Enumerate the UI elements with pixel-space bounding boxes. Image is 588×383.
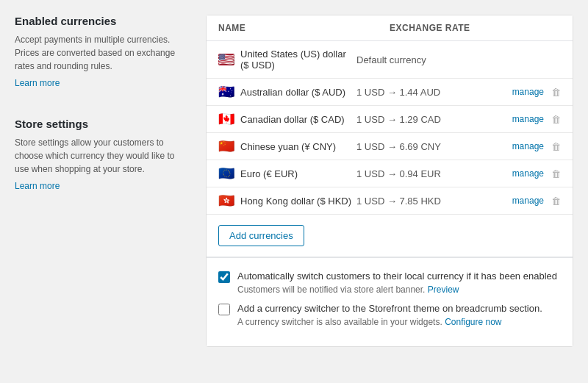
currency-rate-cell: Default currency [356,54,495,65]
delete-icon[interactable]: 🗑 [551,141,561,152]
table-row: Australian dollar ($ AUD) 1 USD → 1.44 A… [207,79,573,106]
delete-icon[interactable]: 🗑 [551,114,561,125]
table-header: Name Exchange rate [207,15,573,41]
currency-switcher-label-container: Add a currency switcher to the Storefron… [237,302,542,327]
table-row: Hong Kong dollar ($ HKD) 1 USD → 7.85 HK… [207,187,573,215]
store-settings-learn-more[interactable]: Learn more [15,181,60,191]
currency-name: United States (US) dollar ($ USD) [240,49,356,71]
currency-rate-cell: 1 USD → 0.94 EUR [356,168,495,179]
currency-rows-container: United States (US) dollar ($ USD) Defaul… [207,41,573,215]
currency-name: Chinese yuan (¥ CNY) [240,141,336,152]
currency-rate-cell: 1 USD → 7.85 HKD [356,196,495,207]
col-name-header: Name [218,23,390,33]
currency-name: Australian dollar ($ AUD) [240,87,345,98]
auto-switch-checkbox[interactable] [218,271,230,283]
currency-rate-cell: 1 USD → 1.29 CAD [356,114,495,125]
currency-name: Hong Kong dollar ($ HKD) [240,196,351,207]
currency-name-cell: Hong Kong dollar ($ HKD) [218,195,356,207]
currency-switcher-checkbox[interactable] [218,304,230,315]
currency-rate-cell: 1 USD → 1.44 AUD [356,87,495,98]
delete-icon[interactable]: 🗑 [551,196,561,207]
preview-link[interactable]: Preview [428,284,459,295]
currency-name-cell: Euro (€ EUR) [218,168,356,179]
currency-actions: manage 🗑 [495,168,561,179]
currency-flag [218,140,234,152]
auto-switch-sublabel: Customers will be notified via store ale… [237,284,557,295]
enabled-currencies-section: Enabled currencies Accept payments in mu… [15,15,188,88]
table-row: Euro (€ EUR) 1 USD → 0.94 EUR manage 🗑 [207,160,573,187]
currencies-panel: Name Exchange rate United States (US) do… [206,15,573,347]
store-settings-desc: Store settings allow your customers to c… [15,136,188,176]
currency-name-cell: United States (US) dollar ($ USD) [218,49,356,71]
currency-actions: manage 🗑 [495,87,561,98]
currency-flag [218,168,234,179]
auto-switch-label: Automatically switch customers to their … [237,270,557,283]
currency-actions: manage 🗑 [495,141,561,152]
manage-link[interactable]: manage [512,87,544,97]
enabled-currencies-desc: Accept payments in multiple currencies. … [15,33,188,73]
enabled-currencies-learn-more[interactable]: Learn more [15,78,60,88]
currency-name: Canadian dollar ($ CAD) [240,114,345,125]
store-settings-title: Store settings [15,118,188,130]
table-row: Canadian dollar ($ CAD) 1 USD → 1.29 CAD… [207,106,573,133]
currency-name-cell: Australian dollar ($ AUD) [218,86,356,98]
currency-name: Euro (€ EUR) [240,168,298,179]
manage-link[interactable]: manage [512,196,544,206]
delete-icon[interactable]: 🗑 [551,87,561,98]
currency-switcher-checkbox-row: Add a currency switcher to the Storefron… [218,302,561,327]
manage-link[interactable]: manage [512,168,544,179]
currency-flag [218,54,234,65]
auto-switch-checkbox-row: Automatically switch customers to their … [218,270,561,295]
enabled-currencies-title: Enabled currencies [15,15,188,27]
currency-flag [218,113,234,125]
store-settings-section: Store settings Store settings allow your… [15,118,188,191]
currency-flag [218,86,234,98]
currency-actions: manage 🗑 [495,114,561,125]
manage-link[interactable]: manage [512,114,544,124]
currency-flag [218,195,234,207]
auto-switch-label-container: Automatically switch customers to their … [237,270,557,295]
currency-name-cell: Canadian dollar ($ CAD) [218,113,356,125]
table-row: Chinese yuan (¥ CNY) 1 USD → 6.69 CNY ma… [207,133,573,160]
table-row: United States (US) dollar ($ USD) Defaul… [207,41,573,79]
currency-switcher-sublabel: A currency switcher is also available in… [237,317,542,327]
add-currencies-button[interactable]: Add currencies [218,225,304,246]
col-rate-header: Exchange rate [390,23,561,33]
configure-now-link[interactable]: Configure now [445,317,501,327]
currency-switcher-label: Add a currency switcher to the Storefron… [237,302,542,315]
currency-rate-cell: 1 USD → 6.69 CNY [356,141,495,152]
delete-icon[interactable]: 🗑 [551,168,561,179]
currency-actions: manage 🗑 [495,196,561,207]
store-settings-panel: Automatically switch customers to their … [207,257,573,346]
currency-name-cell: Chinese yuan (¥ CNY) [218,140,356,152]
manage-link[interactable]: manage [512,141,544,151]
